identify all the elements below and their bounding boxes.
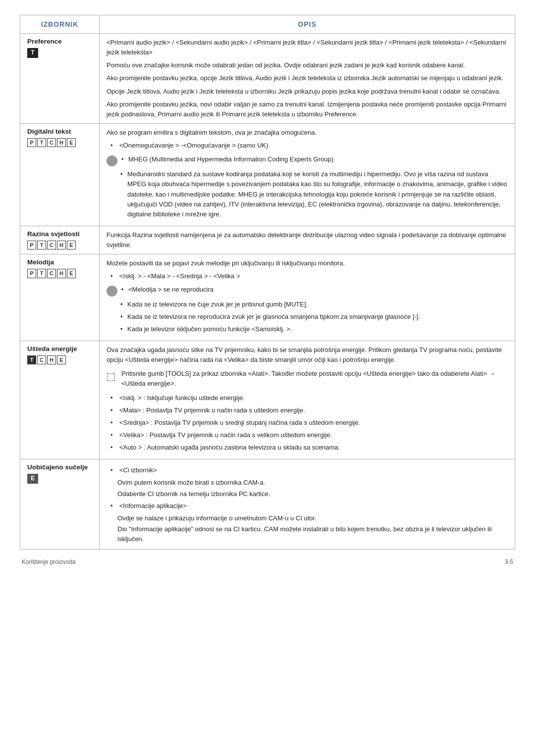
bullet-ustedaenergije-5: •<Velika> : Postavlja TV prijemnik u nač… <box>107 430 508 440</box>
table-row: PreferenceT<Primarni audio jezik> / <Sek… <box>20 34 515 124</box>
sub-bullet-text-0: Međunarodni standard za sustave kodiranj… <box>127 169 508 219</box>
right-col-razina-svjetlosti: Funkcija Razina svjetlosti namijenjena j… <box>100 226 515 254</box>
bullet-ustedaenergije-2: •<Isklj. > : Isključuje funkciju uštede … <box>107 393 508 403</box>
bullet-uobicajeno-sucelje-1: •<Informacije aplikacije>Ovdje se nalaze… <box>107 501 508 545</box>
badge-row-preference: T <box>27 48 92 58</box>
right-col-digitalni-tekst: Ako se program emitira s digitalnim teks… <box>100 123 515 226</box>
badge-T-ustedaenergije: T <box>27 355 36 364</box>
note-text: MHEG (Multimedia and Hypermedia Informat… <box>128 154 333 164</box>
bullet-uobicajeno-sucelje-0: •<Ci izbornik>Ovim putem korisnik može b… <box>107 465 508 499</box>
sub-bullet-0: Kada se iz televizora ne čuje zvuk jer j… <box>127 300 308 309</box>
badge-E-digitalni-tekst: E <box>67 138 76 147</box>
badge-E-ustedaenergije: E <box>57 355 66 364</box>
left-col-razina-svjetlosti: Razina svjetlostiPTCHE <box>20 226 100 254</box>
left-col-ustedaenergije: Ušteda energijeTCHE <box>20 341 100 459</box>
sub-bullet-2: Kada je televizor isključen pomoću funkc… <box>127 324 292 334</box>
badge-P-melodija: P <box>27 269 36 278</box>
main-table: IZBORNIK OPIS PreferenceT<Primarni audio… <box>20 15 515 550</box>
para-preference-4: Ako promijenite postavku jezika, novi od… <box>107 100 508 119</box>
badge-row-ustedaenergije: TCHE <box>27 355 92 364</box>
badge-C-razina-svjetlosti: C <box>47 241 56 250</box>
note-circle-icon <box>107 286 117 297</box>
badge-H-ustedaenergije: H <box>47 355 56 364</box>
badge-H-razina-svjetlosti: H <box>57 241 66 250</box>
footer-right: 3-5 <box>505 558 513 565</box>
badge-row-digitalni-tekst: PTCHE <box>27 138 92 147</box>
para-preference-3: Opcije Jezik titlova, Audio jezik i Jezi… <box>107 87 508 97</box>
sub-line-1: Odaberite CI izbornik na temelju izborni… <box>117 489 508 499</box>
badge-E-uobicajeno-sucelje: E <box>27 474 38 484</box>
badge-P-razina-svjetlosti: P <box>27 241 36 250</box>
badge-C-digitalni-tekst: C <box>47 138 56 147</box>
badge-T-preference: T <box>27 48 38 58</box>
badge-row-uobicajeno-sucelje: E <box>27 474 92 484</box>
bullet-ustedaenergije-4: •<Srednja> : Postavlja TV prijemnik u sr… <box>107 418 508 428</box>
badge-T-melodija: T <box>37 269 46 278</box>
bullet-text: <Ci izbornik> <box>119 465 157 475</box>
left-col-preference: PreferenceT <box>20 34 100 124</box>
left-col-melodija: MelodijaPTCHE <box>20 254 100 341</box>
col-header-opis: OPIS <box>100 15 515 34</box>
row-title-uobicajeno-sucelje: Uobičajeno sučelje <box>27 463 92 471</box>
badge-H-digitalni-tekst: H <box>57 138 66 147</box>
table-row: Razina svjetlostiPTCHEFunkcija Razina sv… <box>20 226 515 254</box>
bullet-text: <Srednja> : Postavlja TV prijemnik u sre… <box>119 418 360 428</box>
badge-row-razina-svjetlosti: PTCHE <box>27 241 92 250</box>
para-ustedaenergije-0: Ova značajka ugađa jasnoću slike na TV p… <box>107 345 508 365</box>
badge-P-digitalni-tekst: P <box>27 138 36 147</box>
bullet-melodija-1: •<Isklj. > - <Mala > - <Srednja > - <Vel… <box>107 271 508 281</box>
bullet-digitalni-tekst-1: •<Onemogućavanje > -<Omogućavanje > (sam… <box>107 141 508 151</box>
badge-T-digitalni-tekst: T <box>37 138 46 147</box>
bullet-ustedaenergije-6: •<Auto > : Automatski ugađa jasnoću zasl… <box>107 443 508 453</box>
tools-note-text: Pritisnite gumb [TOOLS] za prikaz izborn… <box>121 369 508 389</box>
left-col-digitalni-tekst: Digitalni tekstPTCHE <box>20 123 100 226</box>
badge-E-razina-svjetlosti: E <box>67 241 76 250</box>
bullet-text: <Isklj. > - <Mala > - <Srednja > - <Veli… <box>119 271 240 281</box>
note-sub-text: <Melodija > se ne reproducira <box>128 285 214 295</box>
tools-icon: ⬚ <box>107 369 118 384</box>
col-header-izbornik: IZBORNIK <box>20 15 100 34</box>
row-title-preference: Preference <box>27 38 92 45</box>
left-col-uobicajeno-sucelje: Uobičajeno sučeljeE <box>20 459 100 550</box>
bullet-ustedaenergije-3: •<Mala> : Postavlja TV prijemnik u način… <box>107 405 508 415</box>
row-title-razina-svjetlosti: Razina svjetlosti <box>27 230 92 238</box>
note-icon-block-digitalni-tekst-2: •MHEG (Multimedia and Hypermedia Informa… <box>107 154 508 219</box>
sub-line-0: Ovdje se nalaze i prikazuju informacije … <box>117 513 508 523</box>
para-razina-svjetlosti-0: Funkcija Razina svjetlosti namijenjena j… <box>107 230 508 250</box>
row-title-digitalni-tekst: Digitalni tekst <box>27 128 92 135</box>
table-row: Uobičajeno sučeljeE•<Ci izbornik>Ovim pu… <box>20 459 515 550</box>
para-melodija-0: Možete postaviti da se pojavi zvuk melod… <box>107 258 508 268</box>
badge-row-melodija: PTCHE <box>27 269 92 278</box>
bullet-text: <Isklj. > : Isključuje funkciju uštede e… <box>119 393 245 403</box>
note-icon-sub-melodija-2: •<Melodija > se ne reproducira•Kada se i… <box>107 285 508 334</box>
right-col-uobicajeno-sucelje: •<Ci izbornik>Ovim putem korisnik može b… <box>100 459 515 550</box>
bullet-text: <Informacije aplikacije> <box>119 501 187 511</box>
bullet-text: <Velika> : Postavlja TV prijemnik u nači… <box>119 430 332 440</box>
badge-E-melodija: E <box>67 269 76 278</box>
badge-C-melodija: C <box>47 269 56 278</box>
table-row: Digitalni tekstPTCHEAko se program emiti… <box>20 123 515 226</box>
sub-bullet-1: Kada se iz televizora ne reproducira zvu… <box>127 312 420 322</box>
sub-line-1: Dio "Informacije aplikacije" odnosi se n… <box>117 524 508 544</box>
row-title-melodija: Melodija <box>27 258 92 266</box>
right-col-ustedaenergije: Ova značajka ugađa jasnoću slike na TV p… <box>100 341 515 459</box>
tools-note-ustedaenergije-1: ⬚Pritisnite gumb [TOOLS] za prikaz izbor… <box>107 369 508 389</box>
note-row: •MHEG (Multimedia and Hypermedia Informa… <box>107 154 508 166</box>
bullet-text: <Onemogućavanje > -<Omogućavanje > (samo… <box>119 141 268 151</box>
sub-line-0: Ovim putem korisnik može birati s izborn… <box>117 478 508 488</box>
note-sub-row: •<Melodija > se ne reproducira <box>107 285 508 297</box>
para-preference-1: Pomoću ove značajke korisnik može odabra… <box>107 60 508 70</box>
table-row: MelodijaPTCHEMožete postaviti da se poja… <box>20 254 515 341</box>
right-col-preference: <Primarni audio jezik> / <Sekundarni aud… <box>100 34 515 124</box>
badge-H-melodija: H <box>57 269 66 278</box>
row-title-ustedaenergije: Ušteda energije <box>27 345 92 353</box>
bullet-text: <Auto > : Automatski ugađa jasnoću zaslo… <box>119 443 340 453</box>
footer-left: Korištenje proizvoda <box>22 558 76 565</box>
para-preference-0: <Primarni audio jezik> / <Sekundarni aud… <box>107 38 508 57</box>
bullet-text: <Mala> : Postavlja TV prijemnik u način … <box>119 405 305 415</box>
badge-T-razina-svjetlosti: T <box>37 241 46 250</box>
table-row: Ušteda energijeTCHEOva značajka ugađa ja… <box>20 341 515 459</box>
right-col-melodija: Možete postaviti da se pojavi zvuk melod… <box>100 254 515 341</box>
para-digitalni-tekst-0: Ako se program emitira s digitalnim teks… <box>107 128 508 138</box>
note-icon <box>107 155 117 166</box>
